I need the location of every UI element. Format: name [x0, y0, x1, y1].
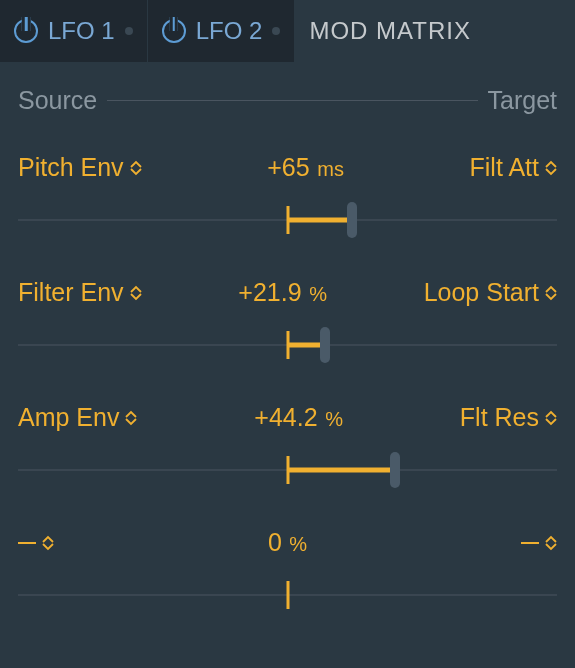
- value-number: +44.2: [254, 403, 317, 431]
- amount-slider[interactable]: [18, 575, 557, 615]
- value-number: +65: [267, 153, 309, 181]
- target-header: Target: [488, 86, 557, 115]
- indicator-dot: [125, 27, 133, 35]
- tab-lfo1[interactable]: LFO 1: [0, 0, 148, 62]
- amount-slider[interactable]: [18, 450, 557, 490]
- source-label: Pitch Env: [18, 153, 124, 182]
- source-dropdown[interactable]: Pitch Env: [18, 153, 142, 182]
- value-unit: %: [284, 533, 307, 555]
- updown-icon: [130, 285, 142, 301]
- source-dropdown[interactable]: Amp Env: [18, 403, 137, 432]
- value-unit: %: [304, 283, 327, 305]
- value-unit: %: [320, 408, 343, 430]
- target-label: Flt Res: [460, 403, 539, 432]
- target-dropdown[interactable]: [521, 535, 557, 551]
- slider-handle[interactable]: [390, 452, 400, 488]
- empty-dash: [18, 542, 36, 544]
- value-unit: ms: [312, 158, 344, 180]
- value-display[interactable]: +65 ms: [142, 153, 470, 182]
- tab-label: MOD MATRIX: [309, 17, 471, 45]
- source-dropdown[interactable]: Filter Env: [18, 278, 142, 307]
- slider-center-tick: [286, 581, 289, 609]
- amount-slider[interactable]: [18, 325, 557, 365]
- value-display[interactable]: 0 %: [54, 528, 521, 557]
- power-icon[interactable]: [162, 19, 186, 43]
- mod-row: 0 %: [18, 528, 557, 615]
- mod-row: Amp Env +44.2 % Flt Res: [18, 403, 557, 490]
- mod-row: Pitch Env +65 ms Filt Att: [18, 153, 557, 240]
- header-divider: [107, 100, 477, 101]
- value-display[interactable]: +21.9 %: [142, 278, 424, 307]
- value-number: +21.9: [238, 278, 301, 306]
- indicator-dot: [272, 27, 280, 35]
- updown-icon: [545, 285, 557, 301]
- slider-handle[interactable]: [320, 327, 330, 363]
- slider-fill: [288, 468, 396, 473]
- tab-label: LFO 2: [196, 17, 263, 45]
- target-dropdown[interactable]: Flt Res: [460, 403, 557, 432]
- updown-icon: [125, 410, 137, 426]
- amount-slider[interactable]: [18, 200, 557, 240]
- tab-label: LFO 1: [48, 17, 115, 45]
- updown-icon: [545, 410, 557, 426]
- power-icon[interactable]: [14, 19, 38, 43]
- updown-icon: [42, 535, 54, 551]
- target-label: Filt Att: [470, 153, 539, 182]
- slider-fill: [288, 218, 353, 223]
- target-dropdown[interactable]: Loop Start: [424, 278, 557, 307]
- source-label: Filter Env: [18, 278, 124, 307]
- updown-icon: [130, 160, 142, 176]
- tab-lfo2[interactable]: LFO 2: [148, 0, 296, 62]
- mod-row: Filter Env +21.9 % Loop Start: [18, 278, 557, 365]
- target-dropdown[interactable]: Filt Att: [470, 153, 557, 182]
- source-label: Amp Env: [18, 403, 119, 432]
- target-label: Loop Start: [424, 278, 539, 307]
- empty-dash: [521, 542, 539, 544]
- updown-icon: [545, 160, 557, 176]
- slider-handle[interactable]: [347, 202, 357, 238]
- tab-mod-matrix[interactable]: MOD MATRIX: [295, 0, 575, 62]
- updown-icon: [545, 535, 557, 551]
- value-display[interactable]: +44.2 %: [137, 403, 459, 432]
- value-number: 0: [268, 528, 282, 556]
- source-dropdown[interactable]: [18, 535, 54, 551]
- source-header: Source: [18, 86, 97, 115]
